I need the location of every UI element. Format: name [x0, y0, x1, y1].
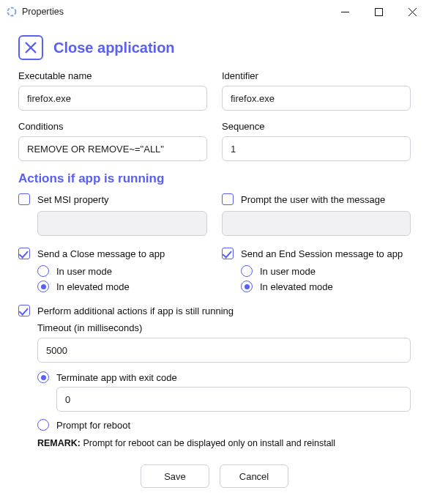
- seq-input[interactable]: [222, 136, 411, 161]
- close-msg-label: Send a Close message to app: [37, 248, 165, 259]
- set-msi-input: [37, 211, 207, 236]
- close-app-icon: [18, 35, 43, 60]
- perform-label: Perform additional actions if app is sti…: [37, 305, 234, 316]
- svg-point-0: [8, 8, 16, 16]
- reboot-radio[interactable]: [37, 419, 49, 431]
- ident-label: Identifier: [222, 70, 411, 81]
- actions-title: Actions if app is running: [18, 171, 411, 186]
- app-icon: [6, 6, 18, 18]
- remark-head: REMARK:: [37, 438, 81, 448]
- close-button[interactable]: [395, 0, 429, 23]
- end-user-radio[interactable]: [241, 265, 253, 277]
- set-msi-checkbox[interactable]: [18, 193, 30, 205]
- term-input[interactable]: [56, 387, 411, 412]
- close-user-label: In user mode: [56, 266, 112, 277]
- close-elev-label: In elevated mode: [56, 281, 130, 292]
- remark-text: Prompt for reboot can be displayed only …: [81, 438, 335, 448]
- cond-label: Conditions: [18, 121, 207, 132]
- end-user-label: In user mode: [260, 266, 316, 277]
- window-title: Properties: [22, 7, 64, 17]
- save-button[interactable]: Save: [141, 464, 209, 488]
- prompt-msg-checkbox[interactable]: [222, 193, 234, 205]
- timeout-label: Timeout (in milliseconds): [37, 322, 411, 333]
- close-msg-checkbox[interactable]: [18, 248, 30, 259]
- exec-input[interactable]: [18, 86, 207, 111]
- timeout-input[interactable]: [37, 338, 411, 363]
- seq-label: Sequence: [222, 121, 411, 132]
- maximize-button[interactable]: [362, 0, 395, 23]
- exec-label: Executable name: [18, 70, 207, 81]
- reboot-label: Prompt for reboot: [56, 420, 130, 431]
- end-sess-checkbox[interactable]: [222, 248, 234, 259]
- perform-checkbox[interactable]: [18, 305, 30, 316]
- ident-input[interactable]: [222, 86, 411, 111]
- page-title: Close application: [53, 40, 175, 56]
- prompt-msg-label: Prompt the user with the message: [241, 194, 385, 205]
- minimize-button[interactable]: [328, 0, 362, 23]
- end-sess-label: Send an End Session message to app: [241, 248, 403, 259]
- hero: Close application: [18, 35, 411, 60]
- close-elev-radio[interactable]: [37, 281, 49, 292]
- set-msi-label: Set MSI property: [37, 194, 109, 205]
- prompt-msg-input: [222, 211, 411, 236]
- close-user-radio[interactable]: [37, 265, 49, 277]
- cond-input[interactable]: [18, 136, 207, 161]
- remark: REMARK: Prompt for reboot can be display…: [37, 438, 411, 448]
- titlebar: Properties: [0, 0, 429, 23]
- cancel-button[interactable]: Cancel: [220, 464, 288, 488]
- term-label: Terminate app with exit code: [56, 372, 177, 383]
- end-elev-radio[interactable]: [241, 281, 253, 292]
- svg-rect-2: [375, 8, 382, 15]
- end-elev-label: In elevated mode: [260, 281, 333, 292]
- content: Close application Executable name Identi…: [0, 23, 429, 500]
- term-radio[interactable]: [37, 371, 49, 383]
